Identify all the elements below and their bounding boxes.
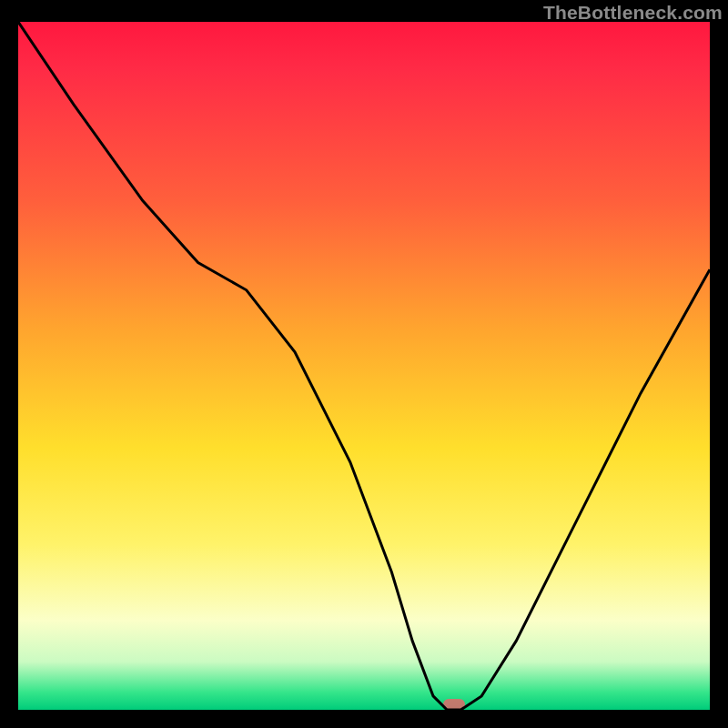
watermark-text: TheBottleneck.com <box>543 2 723 24</box>
curve-path <box>18 22 710 710</box>
chart-frame <box>18 22 710 710</box>
bottleneck-curve <box>18 22 710 710</box>
